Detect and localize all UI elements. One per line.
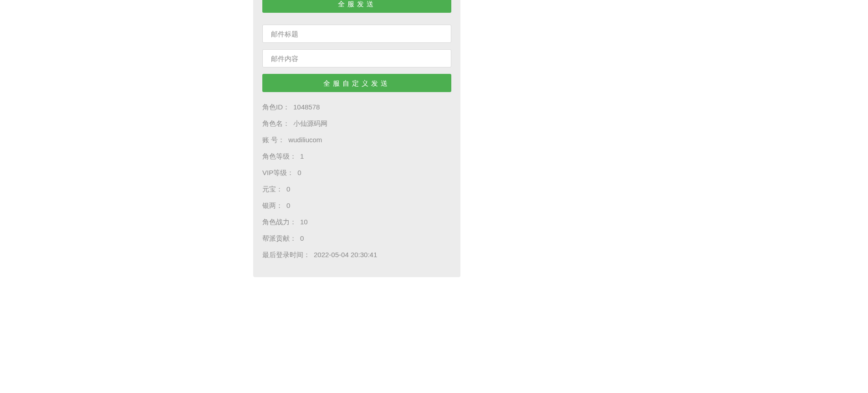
role-id-label: 角色ID： <box>262 103 290 111</box>
silver-label: 银两： <box>262 202 283 209</box>
power-label: 角色战力： <box>262 218 296 226</box>
yuanbao-label: 元宝： <box>262 185 283 193</box>
vip-level-label: VIP等级： <box>262 169 294 176</box>
power-row: 角色战力：10 <box>262 218 451 226</box>
guild-label: 帮派贡献： <box>262 234 296 242</box>
silver-value: 0 <box>286 202 290 209</box>
role-id-row: 角色ID：1048578 <box>262 103 451 111</box>
silver-row: 银两：0 <box>262 202 451 210</box>
account-value: wudiliucom <box>288 136 322 144</box>
admin-panel: 全服发送 全服自定义发送 角色ID：1048578 角色名：小仙源码网 账 号：… <box>253 0 460 277</box>
role-name-row: 角色名：小仙源码网 <box>262 119 451 128</box>
mail-content-input[interactable] <box>262 49 451 67</box>
last-login-row: 最后登录时间：2022-05-04 20:30:41 <box>262 251 451 259</box>
account-label: 账 号： <box>262 136 285 144</box>
server-send-button[interactable]: 全服发送 <box>262 0 451 13</box>
mail-title-input[interactable] <box>262 25 451 43</box>
guild-value: 0 <box>300 234 304 242</box>
character-info-list: 角色ID：1048578 角色名：小仙源码网 账 号：wudiliucom 角色… <box>262 103 451 259</box>
server-custom-send-button[interactable]: 全服自定义发送 <box>262 74 451 92</box>
yuanbao-row: 元宝：0 <box>262 185 451 193</box>
power-value: 10 <box>300 218 308 226</box>
vip-level-row: VIP等级：0 <box>262 169 451 177</box>
role-level-label: 角色等级： <box>262 152 296 160</box>
account-row: 账 号：wudiliucom <box>262 136 451 144</box>
guild-row: 帮派贡献：0 <box>262 234 451 243</box>
last-login-value: 2022-05-04 20:30:41 <box>314 251 377 259</box>
vip-level-value: 0 <box>297 169 301 176</box>
role-name-value: 小仙源码网 <box>293 119 327 127</box>
role-level-row: 角色等级：1 <box>262 152 451 160</box>
role-id-value: 1048578 <box>293 103 320 111</box>
yuanbao-value: 0 <box>286 185 290 193</box>
role-name-label: 角色名： <box>262 119 290 127</box>
last-login-label: 最后登录时间： <box>262 251 310 259</box>
role-level-value: 1 <box>300 152 304 160</box>
